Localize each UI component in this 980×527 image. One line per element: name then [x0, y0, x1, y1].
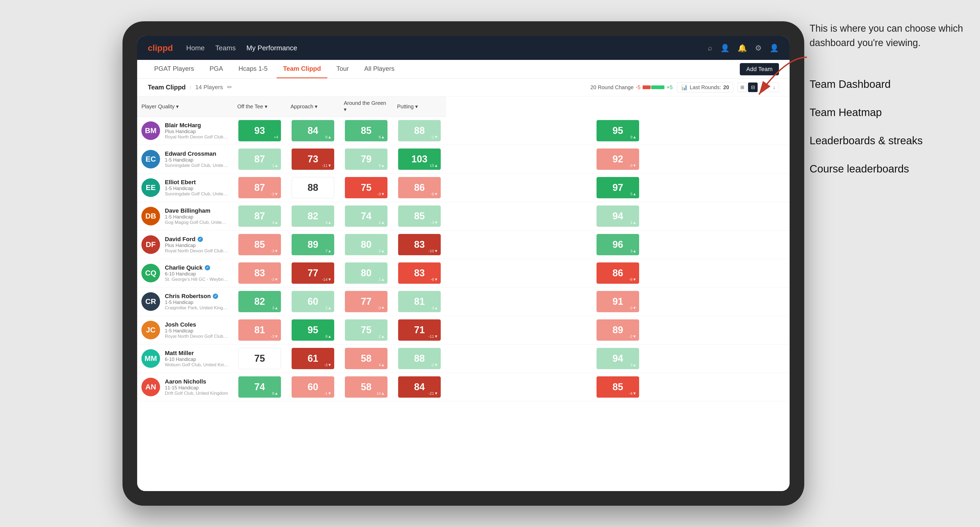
nav-my-performance[interactable]: My Performance — [247, 44, 297, 52]
player-cell[interactable]: DB Dave Billingham 1-5 Handicap Gog Mago… — [137, 202, 233, 230]
score-cell: 87 -3▼ — [233, 173, 286, 202]
add-team-button[interactable]: Add Team — [740, 63, 779, 75]
score-change: -1▼ — [431, 135, 438, 139]
player-cell[interactable]: DF David Ford ✓ Plus Handicap Royal Nort… — [137, 230, 233, 259]
option-course-leaderboards[interactable]: Course leaderboards — [810, 161, 964, 176]
player-cell[interactable]: BM Blair McHarg Plus Handicap Royal Nort… — [137, 117, 233, 145]
col-player: Player Quality ▾ — [137, 96, 233, 117]
nav-home[interactable]: Home — [186, 44, 205, 52]
col-putting: Putting ▾ — [393, 96, 446, 117]
score-change: -3▼ — [324, 362, 332, 367]
option-team-dashboard[interactable]: Team Dashboard — [810, 77, 964, 92]
score-box: 103 15▲ — [398, 149, 441, 170]
player-handicap: 1-5 Handicap — [165, 157, 229, 163]
score-box: 80 1▲ — [345, 262, 387, 284]
player-handicap: 1-5 Handicap — [165, 300, 229, 305]
score-value: 94 — [612, 211, 623, 221]
score-cell: 86 -6▼ — [393, 173, 446, 202]
player-cell[interactable]: EC Edward Crossman 1-5 Handicap Sunningd… — [137, 145, 233, 173]
player-cell[interactable]: JC Josh Coles 1-5 Handicap Royal North D… — [137, 316, 233, 344]
score-value: 85 — [254, 240, 265, 249]
score-box: 85 8▲ — [345, 120, 387, 141]
last-rounds-selector[interactable]: 📊 Last Rounds: 20 — [677, 82, 733, 92]
data-table-container: Player Quality ▾ Off the Tee ▾ Approach … — [137, 96, 790, 491]
team-header: Team Clippd | 14 Players ✏ 20 Round Chan… — [137, 78, 790, 96]
heatmap-view-btn[interactable]: ⊟ — [748, 83, 757, 92]
score-cell: 87 4▲ — [233, 202, 286, 230]
score-change: 4▲ — [325, 220, 332, 225]
player-handicap: Plus Handicap — [165, 129, 229, 135]
tab-pgat-players[interactable]: PGAT Players — [148, 60, 200, 78]
score-cell: 83 -6▼ — [393, 259, 446, 287]
score-change: 1▲ — [379, 220, 385, 225]
score-change: 9▲ — [630, 135, 636, 139]
score-cell: 87 1▲ — [233, 145, 286, 173]
tab-all-players[interactable]: All Players — [358, 60, 401, 78]
list-view-btn[interactable]: ≡ — [759, 83, 768, 92]
score-cell: 88 -2▼ — [393, 344, 446, 373]
avatar: BM — [142, 121, 160, 140]
score-cell: 60 -1▼ — [286, 373, 339, 402]
score-change: 3▲ — [630, 362, 636, 367]
tab-tour[interactable]: Tour — [330, 60, 355, 78]
score-box: 83 -10▼ — [398, 234, 441, 255]
nav-teams[interactable]: Teams — [215, 44, 236, 52]
score-change: 7▲ — [325, 249, 332, 253]
score-change: -1▼ — [324, 391, 332, 395]
player-cell[interactable]: CQ Charlie Quick ✓ 6-10 Handicap St. Geo… — [137, 259, 233, 287]
score-cell: 61 -3▼ — [286, 344, 339, 373]
score-change: -8▼ — [629, 277, 636, 282]
tab-pga[interactable]: PGA — [203, 60, 229, 78]
score-box: 89 7▲ — [291, 234, 334, 255]
avatar: CQ — [142, 264, 160, 283]
score-cell: 84 6▲ — [286, 117, 339, 145]
search-icon[interactable]: ⌕ — [708, 44, 712, 52]
score-cell: 82 3▲ — [233, 287, 286, 316]
score-cell: 86 -8▼ — [446, 259, 790, 287]
score-value: 74 — [254, 382, 265, 392]
score-value: 58 — [361, 354, 371, 363]
score-value: 85 — [361, 126, 371, 135]
app-logo[interactable]: clippd — [148, 43, 173, 53]
player-cell[interactable]: CR Chris Robertson ✓ 1-5 Handicap Craigm… — [137, 287, 233, 316]
settings-icon[interactable]: ⚙ — [755, 44, 762, 52]
score-box: 89 -2▼ — [597, 319, 639, 341]
table-row: EC Edward Crossman 1-5 Handicap Sunningd… — [137, 145, 790, 173]
tab-hcaps[interactable]: Hcaps 1-5 — [232, 60, 274, 78]
score-cell: 81 4▲ — [393, 287, 446, 316]
bell-icon[interactable]: 🔔 — [738, 44, 747, 52]
score-change: -10▼ — [428, 249, 438, 253]
score-box: 88 -2▼ — [398, 348, 441, 369]
tab-team-clippd[interactable]: Team Clippd — [277, 60, 327, 78]
player-name: Chris Robertson ✓ — [165, 293, 229, 300]
table-row: CQ Charlie Quick ✓ 6-10 Handicap St. Geo… — [137, 259, 790, 287]
score-change: 2▲ — [325, 306, 332, 310]
player-cell[interactable]: AN Aaron Nicholls 11-15 Handicap Drift G… — [137, 373, 233, 402]
score-change: 8▲ — [379, 135, 385, 139]
score-box: 95 8▲ — [291, 319, 334, 341]
score-cell: 93 +4 — [233, 117, 286, 145]
score-value: 88 — [414, 354, 425, 363]
score-box: 87 4▲ — [238, 205, 281, 227]
score-change: -3▼ — [377, 306, 385, 310]
player-cell[interactable]: MM Matt Miller 6-10 Handicap Woburn Golf… — [137, 344, 233, 373]
score-box: 94 3▲ — [597, 348, 639, 369]
player-handicap: 1-5 Handicap — [165, 214, 229, 220]
option-team-heatmap[interactable]: Team Heatmap — [810, 105, 964, 120]
score-value: 92 — [612, 154, 623, 164]
download-btn[interactable]: ↓ — [769, 83, 779, 92]
verified-icon: ✓ — [197, 237, 203, 242]
score-cell: 74 8▲ — [233, 373, 286, 402]
score-box: 82 3▲ — [238, 291, 281, 312]
option-leaderboards[interactable]: Leaderboards & streaks — [810, 133, 964, 148]
edit-icon[interactable]: ✏ — [227, 84, 232, 91]
grid-view-btn[interactable]: ⊞ — [737, 83, 747, 92]
score-value: 85 — [612, 382, 623, 392]
score-value: 89 — [612, 325, 623, 335]
score-box: 82 4▲ — [291, 205, 334, 227]
score-change: -3▼ — [271, 277, 278, 282]
user-icon[interactable]: 👤 — [720, 44, 730, 52]
score-change: -3▼ — [271, 249, 278, 253]
player-cell[interactable]: EE Elliot Ebert 1-5 Handicap Sunningdale… — [137, 173, 233, 202]
avatar-icon[interactable]: 👤 — [770, 44, 779, 52]
